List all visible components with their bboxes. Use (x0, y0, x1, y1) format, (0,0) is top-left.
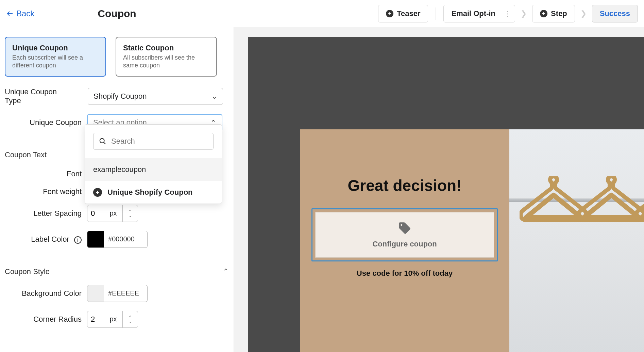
chevron-right-icon: ❯ (579, 9, 588, 18)
tag-icon (398, 221, 411, 235)
chevron-up-icon: ⌃ (129, 315, 132, 319)
divider (436, 7, 436, 20)
steps-nav: + Teaser Email Opt-in ⋮ ❯ + Step ❯ Succe… (234, 5, 644, 22)
chevron-down-icon: ⌄ (129, 213, 132, 218)
arrow-left-icon (6, 10, 14, 17)
row-label-color: Label Color i # 000000 (0, 231, 234, 248)
background-color-label: Background Color (5, 289, 82, 298)
popup-subtitle: Use code for 10% off today (311, 269, 498, 278)
back-label: Back (16, 9, 34, 18)
label-color-input[interactable]: # 000000 (87, 231, 148, 248)
hex-value[interactable]: # 000000 (104, 231, 148, 248)
unique-coupon-label: Unique Coupon (5, 118, 82, 127)
section-coupon-style-head[interactable]: Coupon Style ⌃ (0, 267, 234, 285)
chevron-down-icon: ⌄ (211, 92, 217, 100)
hanger-icon (635, 176, 644, 255)
step-label: Email Opt-in (451, 9, 495, 18)
letter-spacing-stepper[interactable]: px ⌃⌄ (87, 205, 138, 222)
dropdown-search-input[interactable] (111, 137, 208, 146)
step-email-optin[interactable]: Email Opt-in ⋮ (443, 5, 515, 22)
section-title: Coupon Style (5, 267, 50, 276)
letter-spacing-label: Letter Spacing (5, 209, 82, 218)
unit-label: px (104, 205, 122, 222)
row-unique-coupon-type: Unique Coupon Type Shopify Coupon ⌄ (0, 87, 234, 105)
dropdown-search[interactable] (93, 133, 214, 150)
section-title: Coupon Text (5, 150, 47, 159)
plus-icon: + (540, 10, 547, 17)
card-title: Static Coupon (123, 44, 209, 52)
color-swatch[interactable] (87, 285, 104, 302)
unique-coupon-type-select[interactable]: Shopify Coupon ⌄ (88, 88, 223, 105)
hex-text: 000000 (112, 235, 135, 243)
dropdown-option-examplecoupon[interactable]: examplecoupon (85, 158, 222, 181)
row-corner-radius: Corner Radius px ⌃⌄ (0, 311, 234, 328)
corner-radius-stepper[interactable]: px ⌃⌄ (87, 311, 138, 328)
dropdown-search-wrap (85, 125, 222, 158)
top-bar: Back Coupon + Teaser Email Opt-in ⋮ ❯ + … (0, 0, 644, 27)
preview-canvas: Great decision! Configure coupon Use cod… (234, 27, 644, 352)
color-swatch[interactable] (87, 231, 104, 248)
coupon-placeholder: Configure coupon (315, 212, 494, 258)
search-icon (99, 138, 106, 145)
info-icon[interactable]: i (74, 236, 82, 244)
card-desc: All subscribers will see the same coupon (123, 54, 209, 70)
kebab-icon[interactable]: ⋮ (499, 10, 512, 18)
coupon-type-cards: Unique Coupon Each subscriber will see a… (0, 37, 234, 87)
main-area: Unique Coupon Each subscriber will see a… (0, 27, 644, 352)
chevron-down-icon: ⌄ (129, 319, 132, 323)
page-title: Coupon (0, 8, 234, 19)
step-add-step[interactable]: + Step (532, 5, 575, 22)
configure-text: Configure coupon (372, 240, 437, 249)
letter-spacing-input[interactable] (87, 205, 104, 222)
preview-image (509, 129, 644, 352)
add-label: Unique Shopify Coupon (107, 188, 193, 197)
font-label: Font (5, 170, 82, 178)
back-button[interactable]: Back (6, 9, 34, 18)
corner-radius-label: Corner Radius (5, 315, 82, 324)
step-label: Success (600, 9, 630, 18)
coupon-block-selected[interactable]: Configure coupon (311, 208, 498, 261)
unique-coupon-dropdown: examplecoupon + Unique Shopify Coupon (85, 124, 222, 204)
chevron-up-icon: ⌃ (129, 209, 132, 213)
coupon-type-static[interactable]: Static Coupon All subscribers will see t… (116, 37, 217, 77)
row-background-color: Background Color # EEEEEE (0, 285, 234, 302)
stepper-arrows[interactable]: ⌃⌄ (122, 205, 138, 222)
plus-icon: + (93, 188, 102, 197)
canvas-inner: Great decision! Configure coupon Use cod… (248, 37, 644, 352)
stepper-arrows[interactable]: ⌃⌄ (122, 311, 138, 328)
svg-point-1 (100, 139, 104, 143)
step-label: Step (551, 9, 567, 18)
popup-preview[interactable]: Great decision! Configure coupon Use cod… (300, 129, 509, 352)
divider (0, 257, 234, 257)
plus-icon: + (386, 10, 393, 17)
hanger-icon (577, 176, 644, 255)
unique-coupon-type-label: Unique Coupon Type (5, 87, 66, 105)
corner-radius-input[interactable] (87, 311, 104, 328)
unit-label: px (104, 311, 122, 328)
svg-line-2 (104, 142, 106, 144)
card-title: Unique Coupon (12, 44, 99, 52)
row-letter-spacing: Letter Spacing px ⌃⌄ (0, 205, 234, 222)
hex-value[interactable]: # EEEEEE (104, 285, 148, 302)
background-color-input[interactable]: # EEEEEE (87, 285, 148, 302)
settings-sidebar: Unique Coupon Each subscriber will see a… (0, 27, 234, 352)
coupon-type-unique[interactable]: Unique Coupon Each subscriber will see a… (5, 37, 106, 77)
select-value: Shopify Coupon (94, 92, 147, 101)
card-desc: Each subscriber will see a different cou… (12, 54, 99, 70)
step-label: Teaser (397, 9, 420, 18)
chevron-right-icon: ❯ (519, 9, 528, 18)
chevron-up-icon: ⌃ (223, 267, 229, 276)
label-color-label: Label Color i (5, 235, 82, 244)
top-bar-left: Back Coupon (0, 9, 234, 18)
font-weight-label: Font weight (5, 187, 82, 196)
label-text: Label Color (31, 235, 69, 243)
step-success[interactable]: Success (592, 5, 638, 22)
hex-text: EEEEEE (112, 289, 139, 297)
step-teaser[interactable]: + Teaser (378, 5, 428, 22)
dropdown-add-unique-coupon[interactable]: + Unique Shopify Coupon (85, 181, 222, 204)
popup-title: Great decision! (311, 176, 498, 195)
